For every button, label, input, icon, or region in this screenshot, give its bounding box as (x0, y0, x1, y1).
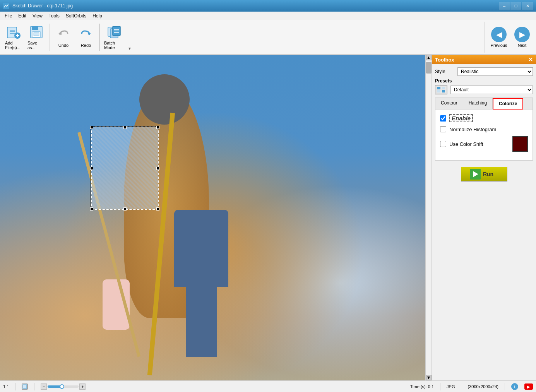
style-select[interactable]: Realistic (457, 67, 533, 76)
image-canvas (0, 55, 425, 380)
color-swatch[interactable] (512, 136, 528, 152)
info-button[interactable]: i (511, 383, 518, 390)
handle-tl[interactable] (90, 126, 93, 129)
style-label: Style (435, 69, 454, 74)
selection-box[interactable] (91, 127, 159, 210)
run-button[interactable]: Run (461, 167, 507, 181)
vscroll-down[interactable]: ▼ (426, 375, 432, 380)
add-files-button[interactable]: Add File(s)... (3, 22, 25, 53)
menu-view[interactable]: View (29, 12, 46, 19)
colorize-tab-content: Enable Normalize Histogram Use Color Shi… (435, 110, 533, 160)
style-row: Style Realistic (435, 67, 533, 76)
youtube-button[interactable]: ▶ (524, 383, 533, 390)
format-segment: JPG (447, 384, 455, 389)
status-div-2 (34, 383, 34, 390)
redo-icon (78, 27, 94, 42)
dimensions-label: (3000x2000x24) (468, 384, 498, 389)
handle-br[interactable] (156, 207, 159, 211)
status-bar: 1:1 − + Time (s): 0.1 JPG (3000x2000x24)… (0, 380, 536, 392)
svg-rect-4 (32, 26, 38, 30)
window-title: Sketch Drawer - otp-1711.jpg (12, 3, 73, 9)
toolbox-title: Toolbox (435, 57, 454, 63)
zoom-thumb (60, 384, 64, 389)
previous-button[interactable]: ◀ Previous (488, 22, 510, 53)
toolbar-separator-1 (50, 24, 50, 51)
vscroll-thumb[interactable] (426, 62, 432, 74)
handle-tr[interactable] (156, 126, 159, 129)
previous-label: Previous (491, 43, 507, 48)
color-shift-label: Use Color Shift (449, 141, 483, 147)
presets-icon (435, 85, 447, 94)
zoom-controls: − + (41, 383, 86, 390)
menu-softorbits[interactable]: SoftOrbits (63, 12, 89, 19)
undo-button[interactable]: Undo (53, 22, 74, 53)
fit-icon (22, 383, 28, 390)
handle-mr[interactable] (156, 167, 159, 170)
redo-button[interactable]: Redo (75, 22, 97, 53)
run-label: Run (483, 171, 493, 177)
image-area[interactable] (0, 55, 425, 380)
next-button[interactable]: ▶ Next (511, 22, 533, 53)
normalize-label: Normalize Histogram (449, 127, 496, 132)
presets-select[interactable]: Default (450, 86, 533, 94)
vscroll-up[interactable]: ▲ (426, 55, 432, 60)
more-icon: ▼ (128, 46, 132, 51)
presets-section: Presets Default (435, 78, 533, 94)
toolbox-close-button[interactable]: ✕ (528, 56, 533, 63)
zoom-slider[interactable] (48, 385, 79, 388)
fit-segment (22, 383, 28, 390)
run-icon (470, 169, 481, 180)
redo-label: Redo (81, 43, 91, 48)
enable-label: Enable (449, 114, 473, 122)
menu-bar: File Edit View Tools SoftOrbits Help (0, 12, 536, 20)
enable-checkbox[interactable] (440, 115, 446, 122)
normalize-checkbox[interactable] (440, 126, 446, 132)
time-segment: Time (s): 0.1 (410, 384, 434, 389)
presets-row: Default (435, 85, 533, 94)
save-label: Save as... (27, 41, 45, 50)
more-button[interactable]: ▼ (128, 46, 132, 51)
zoom-controls-segment: − + (41, 383, 86, 390)
tab-contour[interactable]: Contour (435, 98, 463, 109)
handle-bl[interactable] (90, 207, 93, 211)
status-div-5 (461, 383, 461, 390)
batch-label: Batch Mode (104, 41, 125, 50)
run-button-area: Run (435, 164, 533, 185)
menu-help[interactable]: Help (89, 12, 105, 19)
maximize-button[interactable]: □ (510, 2, 521, 10)
tab-hatching[interactable]: Hatching (463, 98, 493, 109)
toolbar-separator-2 (99, 24, 100, 51)
handle-tm[interactable] (123, 126, 127, 129)
zoom-plus-button[interactable]: + (79, 383, 86, 390)
save-as-button[interactable]: Save as... (26, 22, 47, 53)
svg-rect-13 (437, 87, 440, 89)
normalize-row: Normalize Histogram (440, 126, 528, 132)
zoom-segment: 1:1 (3, 384, 9, 389)
next-label: Next (518, 43, 527, 48)
handle-ml[interactable] (90, 167, 93, 170)
toolbox-content: Style Realistic Presets (432, 64, 536, 380)
svg-rect-14 (442, 87, 445, 89)
color-shift-checkbox[interactable] (440, 141, 446, 147)
toolbar: Add File(s)... Save as... Undo (0, 20, 536, 55)
previous-icon: ◀ (491, 27, 507, 42)
undo-label: Undo (58, 43, 68, 48)
vertical-scrollbar[interactable]: ▲ ▼ (425, 55, 432, 380)
handle-bm[interactable] (123, 207, 127, 211)
menu-file[interactable]: File (2, 12, 15, 19)
batch-icon (107, 24, 122, 40)
status-div-1 (15, 383, 15, 390)
minimize-button[interactable]: – (499, 2, 510, 10)
menu-tools[interactable]: Tools (46, 12, 63, 19)
zoom-minus-button[interactable]: − (41, 383, 47, 390)
menu-edit[interactable]: Edit (15, 12, 29, 19)
window-controls: – □ ✕ (499, 2, 533, 10)
status-div-4 (440, 383, 440, 390)
add-files-label: Add File(s)... (5, 41, 23, 50)
toolbox-panel: Toolbox ✕ Style Realistic Presets (432, 55, 536, 380)
tab-colorize[interactable]: Colorize (493, 98, 523, 110)
batch-mode-button[interactable]: Batch Mode (102, 22, 127, 53)
person-figure (174, 210, 228, 353)
main-area: ▲ ▼ Toolbox ✕ Style Realistic Presets (0, 55, 536, 380)
close-button[interactable]: ✕ (522, 2, 533, 10)
